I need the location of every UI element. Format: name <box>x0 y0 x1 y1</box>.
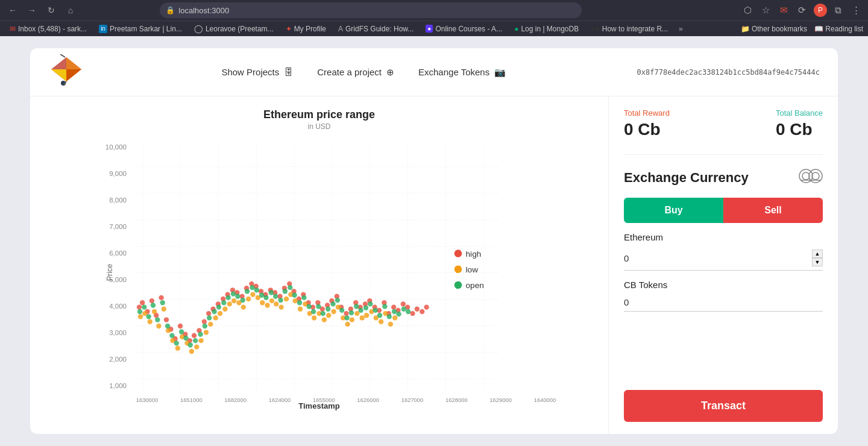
ethereum-input[interactable] <box>624 253 812 263</box>
svg-marker-1 <box>66 57 81 69</box>
sell-button[interactable]: Sell <box>723 198 823 223</box>
refresh-button[interactable]: ↻ <box>43 2 59 18</box>
svg-point-114 <box>246 297 251 301</box>
svg-point-187 <box>330 301 335 306</box>
svg-point-180 <box>297 300 302 305</box>
bookmark-gridfs[interactable]: A GridFS Guide: How... <box>333 24 418 34</box>
svg-point-146 <box>137 309 142 314</box>
svg-point-166 <box>231 291 236 296</box>
svg-point-190 <box>344 315 349 320</box>
svg-point-99 <box>175 346 180 351</box>
svg-point-32 <box>149 298 154 303</box>
balance-row: Total Reward 0 Cb Total Balance 0 Cb <box>624 108 823 139</box>
other-bookmarks-link[interactable]: 📁 Other bookmarks <box>741 25 807 33</box>
star-icon[interactable]: ☆ <box>760 5 773 16</box>
svg-point-131 <box>326 313 331 318</box>
svg-point-173 <box>263 295 268 300</box>
svg-point-161 <box>207 315 212 320</box>
ethereum-decrement[interactable]: ▼ <box>812 258 823 266</box>
show-projects-link[interactable]: Show Projects 🗄 <box>221 67 293 78</box>
create-project-link[interactable]: Create a project ⊕ <box>317 67 394 78</box>
svg-point-184 <box>316 304 321 309</box>
svg-point-135 <box>345 322 350 327</box>
svg-point-113 <box>241 304 246 309</box>
projects-icon: 🗄 <box>284 67 293 77</box>
browser-icons: ⬡ ☆ ✉ ⟳ P ⧉ ⋮ <box>741 4 863 17</box>
svg-point-181 <box>301 295 306 300</box>
svg-point-110 <box>227 301 232 306</box>
svg-point-158 <box>193 338 198 343</box>
address-bar[interactable]: 🔒 localhost:3000 <box>160 2 582 18</box>
svg-point-156 <box>183 336 188 341</box>
show-projects-label: Show Projects <box>221 67 279 77</box>
puzzle-icon[interactable]: ⧉ <box>832 5 845 16</box>
svg-point-87 <box>410 311 415 316</box>
svg-point-29 <box>137 304 142 309</box>
svg-point-185 <box>321 311 326 316</box>
svg-point-138 <box>360 315 365 320</box>
svg-text:Price: Price <box>105 264 114 281</box>
exchange-tokens-link[interactable]: Exchange Tokens 📷 <box>418 67 506 78</box>
svg-point-115 <box>250 292 255 297</box>
svg-marker-3 <box>66 69 81 81</box>
mail-icon[interactable]: ✉ <box>778 5 791 16</box>
bookmark-courses[interactable]: ● Online Courses - A... <box>421 24 507 34</box>
svg-point-147 <box>142 304 146 309</box>
url-text: localhost:3000 <box>178 6 576 15</box>
wallet-address: 0x8f778e4dec2ac338124b1cc5bd84af9e4c7544… <box>637 68 820 77</box>
cast-icon[interactable]: ⬡ <box>741 5 755 16</box>
back-button[interactable]: ← <box>5 2 20 18</box>
ethereum-spinner: ▲ ▼ <box>812 250 823 266</box>
svg-point-151 <box>160 300 165 305</box>
total-reward-label: Total Reward <box>624 108 670 118</box>
reading-list-link[interactable]: 📖 Reading list <box>814 25 863 33</box>
ethereum-increment[interactable]: ▲ <box>812 250 823 258</box>
translate-icon[interactable]: ⟳ <box>796 5 809 16</box>
svg-point-103 <box>194 344 199 349</box>
app-wrapper: Show Projects 🗄 Create a project ⊕ Excha… <box>0 36 868 446</box>
svg-line-6 <box>60 54 65 57</box>
svg-point-132 <box>331 309 336 314</box>
svg-point-179 <box>292 293 297 298</box>
svg-point-191 <box>349 310 354 315</box>
svg-point-139 <box>364 313 369 318</box>
camera-icon: 📷 <box>494 67 506 78</box>
svg-point-142 <box>379 319 383 324</box>
bookmark-profile[interactable]: ✦ My Profile <box>281 24 331 34</box>
svg-point-196 <box>373 308 378 313</box>
svg-point-38 <box>178 324 183 328</box>
chart-area: 10,000 9,000 8,000 7,000 6,000 5,000 4,0… <box>48 140 590 405</box>
svg-point-122 <box>284 297 289 301</box>
svg-text:9,000: 9,000 <box>109 170 127 177</box>
svg-point-124 <box>293 298 298 303</box>
bookmark-inbox[interactable]: ✉ Inbox (5,488) - sark... <box>5 24 92 34</box>
home-button[interactable]: ⌂ <box>63 2 78 18</box>
svg-text:2,000: 2,000 <box>109 356 127 363</box>
svg-point-94 <box>152 309 157 314</box>
bookmark-linkedin[interactable]: in Preetam Sarkar | Lin... <box>94 24 187 34</box>
svg-point-95 <box>156 324 161 328</box>
bookmark-mongodb[interactable]: ● Log in | MongoDB <box>509 24 583 34</box>
svg-point-193 <box>358 308 363 313</box>
svg-point-194 <box>363 305 368 310</box>
svg-point-145 <box>392 315 397 320</box>
forward-button[interactable]: → <box>24 2 40 18</box>
bookmark-integrate[interactable]: ●● How to integrate R... <box>586 24 673 34</box>
svg-point-102 <box>189 349 194 354</box>
svg-point-202 <box>401 307 406 312</box>
create-project-label: Create a project <box>317 67 382 77</box>
bookmark-github[interactable]: ◯ Leoravoe (Preetam... <box>189 23 278 34</box>
main-content: Ethereum price range in USD 10,000 9,000 <box>30 96 838 434</box>
svg-text:1626000: 1626000 <box>357 397 379 403</box>
svg-text:1628000: 1628000 <box>445 397 468 403</box>
svg-rect-18 <box>133 143 499 392</box>
svg-point-83 <box>391 304 396 309</box>
menu-icon[interactable]: ⋮ <box>850 5 863 16</box>
total-balance-value: 0 Cb <box>776 120 823 139</box>
transact-button[interactable]: Transact <box>624 390 823 422</box>
svg-point-172 <box>259 293 264 298</box>
buy-button[interactable]: Buy <box>624 198 723 223</box>
profile-icon[interactable]: P <box>814 4 827 17</box>
bookmarks-more[interactable]: » <box>675 24 687 34</box>
svg-point-125 <box>298 307 303 312</box>
